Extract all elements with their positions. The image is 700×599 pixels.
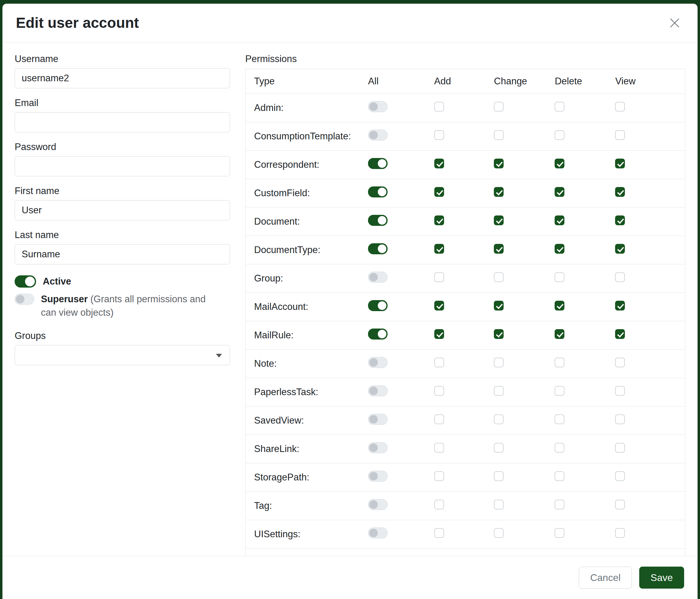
permission-view-checkbox[interactable]: [615, 102, 625, 112]
permission-add-checkbox[interactable]: [434, 301, 444, 311]
groups-select[interactable]: [15, 345, 230, 365]
permission-view-checkbox[interactable]: [615, 500, 625, 509]
first-name-input[interactable]: [15, 200, 230, 220]
permission-all-toggle[interactable]: [368, 158, 388, 169]
permission-delete-checkbox[interactable]: [555, 500, 565, 509]
permission-change-checkbox[interactable]: [494, 443, 504, 453]
permission-add-checkbox[interactable]: [434, 272, 444, 282]
permission-all-toggle[interactable]: [368, 499, 388, 510]
permission-all-toggle[interactable]: [368, 442, 388, 453]
permission-all-toggle[interactable]: [368, 101, 388, 112]
permission-delete-checkbox[interactable]: [555, 102, 565, 112]
permission-delete-checkbox[interactable]: [555, 386, 565, 396]
permission-add-checkbox[interactable]: [434, 102, 444, 112]
permission-delete-checkbox[interactable]: [555, 414, 565, 424]
permission-view-checkbox[interactable]: [615, 130, 625, 140]
superuser-toggle[interactable]: [15, 294, 34, 305]
permission-all-toggle[interactable]: [368, 300, 388, 311]
permission-add-checkbox[interactable]: [434, 244, 444, 254]
permission-add-checkbox[interactable]: [434, 500, 444, 509]
permission-all-toggle[interactable]: [368, 527, 388, 538]
permission-type-label: MailRule:: [246, 321, 360, 350]
permission-change-checkbox[interactable]: [494, 187, 504, 197]
permission-all-toggle[interactable]: [368, 357, 388, 368]
user-form: Username Email Password First name Last …: [15, 53, 230, 375]
permission-add-checkbox[interactable]: [434, 187, 444, 197]
permission-all-toggle[interactable]: [368, 385, 388, 397]
permission-add-checkbox[interactable]: [434, 386, 444, 396]
permission-delete-checkbox[interactable]: [555, 528, 565, 538]
permission-type-label: MailAccount:: [246, 293, 360, 321]
permission-change-checkbox[interactable]: [494, 301, 504, 311]
permission-delete-checkbox[interactable]: [555, 471, 565, 481]
permission-change-checkbox[interactable]: [494, 329, 504, 339]
permission-add-checkbox[interactable]: [434, 528, 444, 538]
permission-delete-checkbox[interactable]: [555, 187, 565, 197]
password-input[interactable]: [15, 156, 230, 176]
permission-add-checkbox[interactable]: [434, 358, 444, 367]
permission-all-toggle[interactable]: [368, 186, 388, 197]
active-toggle[interactable]: [15, 275, 36, 288]
permission-all-toggle[interactable]: [368, 215, 388, 226]
modal-body: Username Email Password First name Last …: [2, 43, 698, 556]
permission-view-checkbox[interactable]: [615, 159, 625, 168]
permission-view-checkbox[interactable]: [615, 414, 625, 424]
permission-type-label: StoragePath:: [246, 463, 360, 492]
permission-change-checkbox[interactable]: [494, 102, 504, 112]
permission-add-checkbox[interactable]: [434, 159, 444, 168]
permission-change-checkbox[interactable]: [494, 215, 504, 225]
permission-view-checkbox[interactable]: [615, 187, 625, 197]
permission-view-checkbox[interactable]: [615, 215, 625, 225]
permission-type-label: Document:: [246, 208, 360, 236]
permission-view-checkbox[interactable]: [615, 272, 625, 282]
permission-view-checkbox[interactable]: [615, 528, 625, 538]
permission-view-checkbox[interactable]: [615, 443, 625, 453]
permission-all-toggle[interactable]: [368, 243, 388, 254]
permission-view-checkbox[interactable]: [615, 386, 625, 396]
permission-delete-checkbox[interactable]: [555, 215, 565, 225]
permission-change-checkbox[interactable]: [494, 272, 504, 282]
permission-add-checkbox[interactable]: [434, 443, 444, 453]
permission-add-checkbox[interactable]: [434, 471, 444, 481]
permission-delete-checkbox[interactable]: [555, 329, 565, 339]
permission-change-checkbox[interactable]: [494, 159, 504, 168]
permission-delete-checkbox[interactable]: [555, 358, 565, 367]
permission-change-checkbox[interactable]: [494, 414, 504, 424]
permission-change-checkbox[interactable]: [494, 358, 504, 367]
permission-row: ShareLink:: [246, 435, 685, 463]
permission-change-checkbox[interactable]: [494, 130, 504, 140]
permission-all-toggle[interactable]: [368, 471, 388, 482]
permission-view-checkbox[interactable]: [615, 301, 625, 311]
permission-delete-checkbox[interactable]: [555, 159, 565, 168]
permission-view-checkbox[interactable]: [615, 358, 625, 367]
permission-delete-checkbox[interactable]: [555, 130, 565, 140]
permission-all-toggle[interactable]: [368, 272, 388, 283]
cancel-button[interactable]: Cancel: [579, 567, 632, 589]
username-input[interactable]: [15, 68, 230, 88]
last-name-input[interactable]: [15, 244, 230, 264]
permission-view-checkbox[interactable]: [615, 471, 625, 481]
permission-add-checkbox[interactable]: [434, 215, 444, 225]
permission-row: SavedView:: [246, 406, 685, 435]
permission-view-checkbox[interactable]: [615, 329, 625, 339]
permission-delete-checkbox[interactable]: [555, 272, 565, 282]
email-input[interactable]: [15, 112, 230, 132]
permission-all-toggle[interactable]: [368, 414, 388, 425]
permission-all-toggle[interactable]: [368, 329, 388, 339]
permission-change-checkbox[interactable]: [494, 471, 504, 481]
permission-change-checkbox[interactable]: [494, 500, 504, 509]
permission-delete-checkbox[interactable]: [555, 244, 565, 254]
permission-delete-checkbox[interactable]: [555, 443, 565, 453]
permission-change-checkbox[interactable]: [494, 528, 504, 538]
permission-add-checkbox[interactable]: [434, 414, 444, 424]
permission-change-checkbox[interactable]: [494, 244, 504, 254]
permission-view-checkbox[interactable]: [615, 244, 625, 254]
permission-delete-checkbox[interactable]: [555, 301, 565, 311]
permission-add-checkbox[interactable]: [434, 329, 444, 339]
close-button[interactable]: [665, 14, 684, 32]
permission-all-toggle[interactable]: [368, 129, 388, 141]
permission-change-checkbox[interactable]: [494, 386, 504, 396]
save-button[interactable]: Save: [639, 567, 684, 589]
permission-add-checkbox[interactable]: [434, 130, 444, 140]
groups-select-input[interactable]: [15, 345, 230, 365]
